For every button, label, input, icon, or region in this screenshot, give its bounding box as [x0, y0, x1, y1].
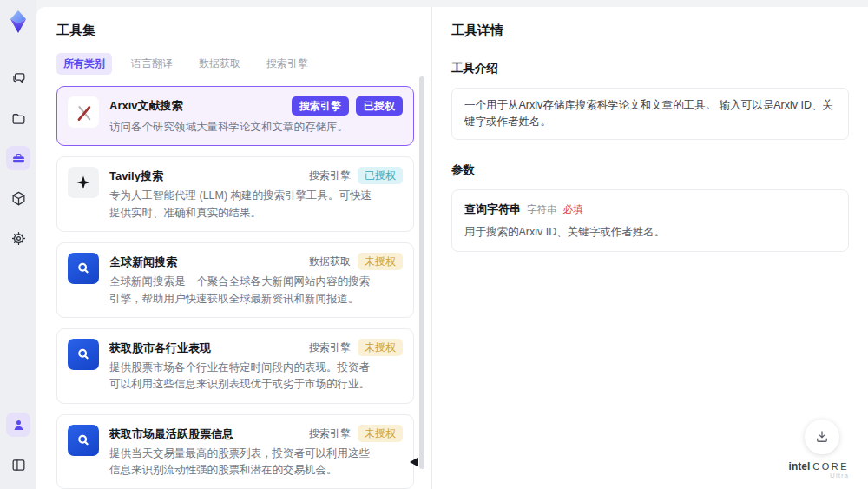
- intel-core-logo: intelCORE Ultra: [789, 461, 849, 480]
- left-sidebar: [0, 0, 36, 489]
- tool-card-most-active-stocks[interactable]: 获取市场最活跃股票信息 搜索引擎 未授权 提供当天交易量最高的股票列表，投资者可…: [56, 414, 414, 489]
- blue-search-icon: [68, 425, 99, 456]
- tool-card-arxiv[interactable]: Arxiv文献搜索 搜索引擎 已授权 访问各个研究领域大量科学论文和文章的存储库…: [56, 86, 414, 146]
- page-title: 工具集: [56, 23, 424, 39]
- param-name: 查询字符串: [464, 202, 521, 217]
- intel-wordmark: intel: [789, 460, 811, 472]
- app-window: 工具集 所有类别 语言翻译 数据获取 搜索引擎: [0, 0, 868, 489]
- blue-search-icon: [68, 339, 99, 370]
- tool-description: 提供股票市场各个行业在特定时间段内的表现。投资者可以利用这些信息来识别表现优于或…: [109, 360, 375, 393]
- brand-sub-label: Ultra: [789, 472, 849, 480]
- tool-name: 获取股市各行业表现: [109, 339, 211, 356]
- tab-search-engine[interactable]: 搜索引擎: [260, 53, 315, 75]
- category-badge: 搜索引擎: [292, 96, 349, 116]
- tool-card-sector-performance[interactable]: 获取股市各行业表现 搜索引擎 未授权 提供股票市场各个行业在特定时间段内的表现。…: [56, 328, 414, 404]
- tool-name: 全球新闻搜索: [109, 253, 177, 270]
- tool-intro-text: 一个用于从Arxiv存储库搜索科学论文和文章的工具。 输入可以是Arxiv ID…: [451, 88, 849, 140]
- panel-toggle-icon[interactable]: [6, 453, 30, 477]
- category-badge: 数据获取: [309, 253, 351, 270]
- tool-name: Arxiv文献搜索: [109, 96, 183, 114]
- tool-name: Tavily搜索: [109, 167, 163, 184]
- detail-title: 工具详情: [451, 23, 849, 39]
- category-badge: 搜索引擎: [309, 339, 351, 356]
- blue-search-icon: [68, 253, 99, 284]
- tab-language-translation[interactable]: 语言翻译: [124, 53, 180, 75]
- param-required-badge: 必填: [563, 203, 583, 216]
- auth-badge: 已授权: [358, 167, 403, 184]
- mouse-cursor: [410, 458, 418, 466]
- app-logo-icon[interactable]: [5, 9, 31, 35]
- gear-icon[interactable]: [6, 226, 30, 250]
- tool-list-panel: 工具集 所有类别 语言翻译 数据获取 搜索引擎: [36, 7, 431, 489]
- tab-all-categories[interactable]: 所有类别: [56, 53, 112, 75]
- intro-heading: 工具介绍: [451, 61, 849, 76]
- sparkle-star-icon: [68, 167, 99, 198]
- cube-icon[interactable]: [6, 186, 30, 210]
- tool-detail-panel: 工具详情 工具介绍 一个用于从Arxiv存储库搜索科学论文和文章的工具。 输入可…: [432, 7, 868, 489]
- parameter-card: 查询字符串 字符串 必填 用于搜索的Arxiv ID、关键字或作者姓名。: [451, 189, 849, 252]
- chat-icon[interactable]: [6, 66, 30, 90]
- download-icon: [814, 429, 830, 445]
- tool-card-tavily[interactable]: Tavily搜索 搜索引擎 已授权 专为人工智能代理 (LLM) 构建的搜索引擎…: [56, 156, 414, 232]
- category-tabs: 所有类别 语言翻译 数据获取 搜索引擎: [56, 53, 424, 75]
- user-icon[interactable]: [6, 413, 30, 437]
- core-wordmark: CORE: [812, 461, 849, 472]
- auth-badge: 未授权: [358, 339, 403, 356]
- toolbox-icon[interactable]: [6, 146, 30, 170]
- main-area: 工具集 所有类别 语言翻译 数据获取 搜索引擎: [36, 0, 868, 489]
- auth-badge: 未授权: [358, 425, 403, 442]
- params-heading: 参数: [451, 162, 849, 178]
- arxiv-logo-icon: [68, 96, 99, 128]
- tool-description: 专为人工智能代理 (LLM) 构建的搜索引擎工具。可快速提供实时、准确和真实的结…: [109, 188, 375, 221]
- tool-list: Arxiv文献搜索 搜索引擎 已授权 访问各个研究领域大量科学论文和文章的存储库…: [56, 86, 414, 489]
- tool-description: 全球新闻搜索是一个聚合全球各大新闻网站内容的搜索引擎，帮助用户快速获取全球最新资…: [109, 274, 375, 307]
- folder-icon[interactable]: [6, 106, 30, 130]
- tool-description: 访问各个研究领域大量科学论文和文章的存储库。: [109, 119, 375, 135]
- tool-card-global-news[interactable]: 全球新闻搜索 数据获取 未授权 全球新闻搜索是一个聚合全球各大新闻网站内容的搜索…: [56, 242, 414, 318]
- auth-badge: 未授权: [358, 253, 403, 270]
- category-badge: 搜索引擎: [309, 167, 351, 184]
- tab-data-acquisition[interactable]: 数据获取: [192, 53, 247, 75]
- category-badge: 搜索引擎: [309, 425, 351, 442]
- auth-badge: 已授权: [356, 96, 403, 116]
- list-scrollbar[interactable]: [419, 76, 424, 469]
- download-button[interactable]: [805, 420, 839, 454]
- param-description: 用于搜索的Arxiv ID、关键字或作者姓名。: [464, 225, 836, 240]
- tool-name: 获取市场最活跃股票信息: [109, 425, 233, 442]
- param-type: 字符串: [527, 203, 557, 216]
- tool-description: 提供当天交易量最高的股票列表，投资者可以利用这些信息来识别流动性强的股票和潜在的…: [109, 446, 375, 479]
